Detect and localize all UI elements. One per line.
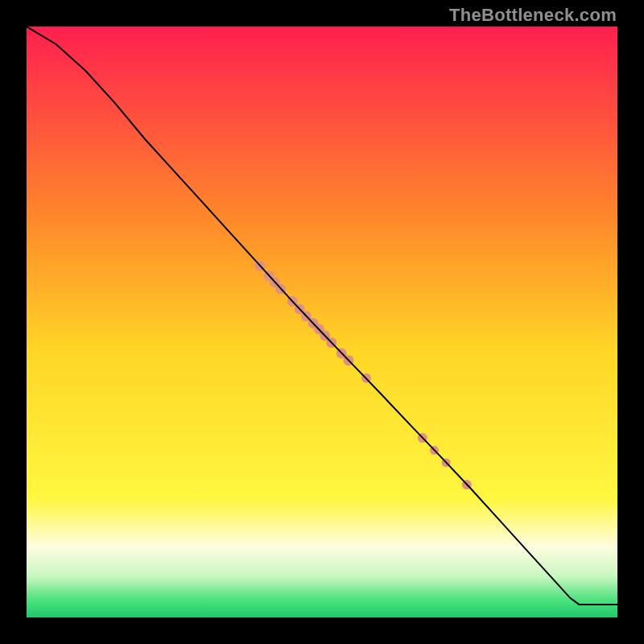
chart-stage: TheBottleneck.com <box>0 0 644 644</box>
plot-area <box>27 27 617 617</box>
bottleneck-curve <box>27 27 617 605</box>
curve-layer <box>27 27 617 617</box>
watermark-text: TheBottleneck.com <box>449 5 617 26</box>
